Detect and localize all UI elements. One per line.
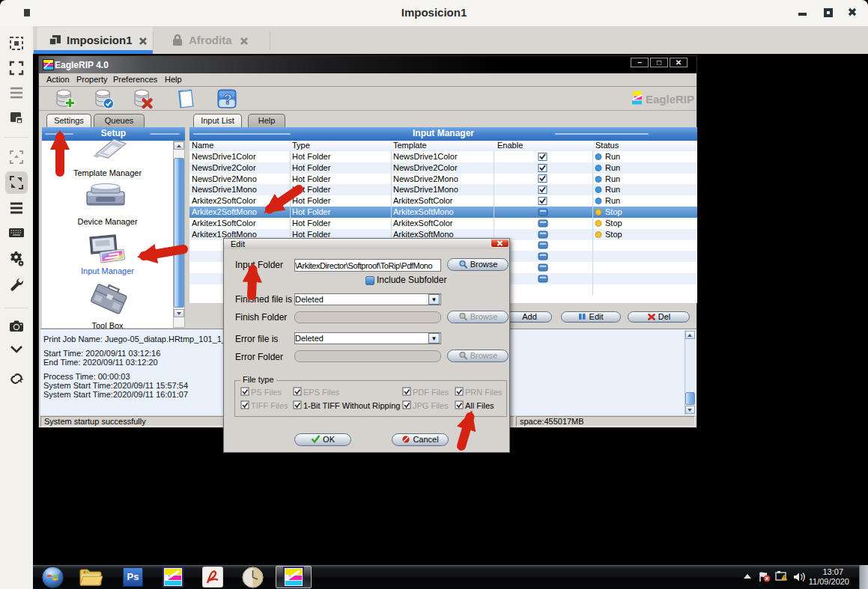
svg-text:!: !	[783, 576, 785, 580]
